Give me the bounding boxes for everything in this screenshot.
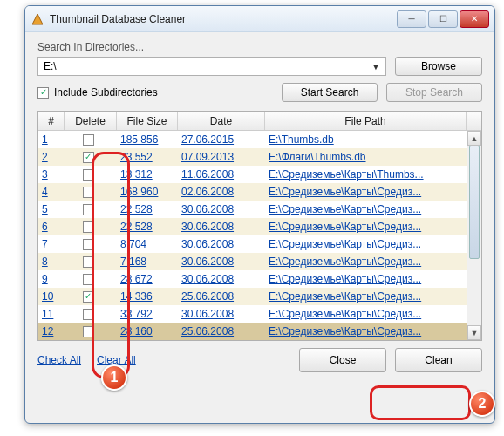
col-size[interactable]: File Size: [117, 112, 178, 130]
include-subdirs[interactable]: Include Subdirectories: [37, 86, 264, 99]
cell-path: E:\Средиземье\Карты\Средиз...: [265, 221, 481, 233]
delete-checkbox[interactable]: [83, 274, 94, 285]
annotation-badge-1: 1: [101, 364, 127, 391]
scroll-down-icon[interactable]: ▼: [467, 325, 481, 340]
cell-date: 30.06.2008: [178, 308, 265, 320]
window-buttons: ─ ☐ ✕: [397, 10, 489, 28]
include-checkbox[interactable]: [37, 87, 49, 99]
cell-delete: [65, 152, 117, 163]
col-delete[interactable]: Delete: [65, 112, 117, 130]
cell-number: 9: [38, 273, 65, 285]
delete-checkbox[interactable]: [83, 239, 94, 250]
delete-checkbox[interactable]: [83, 221, 94, 233]
cell-delete: [65, 134, 117, 146]
cell-path: E:\Thumbs.db: [265, 133, 481, 146]
cell-delete: [65, 309, 117, 320]
search-buttons: Start Search Stop Search: [282, 83, 482, 102]
path-value: E:\: [44, 60, 57, 72]
table-row[interactable]: 928 67230.06.2008E:\Средиземье\Карты\Сре…: [38, 270, 481, 288]
delete-checkbox[interactable]: [83, 169, 94, 181]
cell-path: E:\Средиземье\Карты\Средиз...: [265, 238, 481, 250]
cell-number: 3: [38, 168, 65, 181]
col-number[interactable]: #: [38, 112, 65, 130]
table-row[interactable]: 1014 33625.06.2008E:\Средиземье\Карты\Ср…: [38, 288, 481, 305]
col-path[interactable]: File Path: [265, 112, 467, 130]
cell-delete: [65, 326, 117, 337]
path-row: E:\ ▼ Browse: [37, 57, 482, 76]
cell-date: 30.06.2008: [178, 203, 265, 215]
cell-date: 25.06.2008: [178, 290, 265, 303]
cell-delete: [65, 291, 117, 303]
table-row[interactable]: 1228 16025.06.2008E:\Средиземье\Карты\Ср…: [38, 323, 481, 340]
cell-size: 185 856: [117, 133, 178, 146]
cell-size: 22 528: [117, 221, 178, 233]
cell-path: E:\Флаги\Thumbs.db: [265, 151, 481, 163]
table-row[interactable]: 313 31211.06.2008E:\Средиземье\Карты\Thu…: [38, 166, 481, 183]
delete-checkbox[interactable]: [83, 326, 94, 337]
delete-checkbox[interactable]: [83, 256, 94, 268]
cell-size: 28 672: [117, 273, 178, 285]
cell-delete: [65, 256, 117, 268]
cell-path: E:\Средиземье\Карты\Средиз...: [265, 290, 481, 303]
table-row[interactable]: 1185 85627.06.2015E:\Thumbs.db: [38, 131, 481, 148]
cell-size: 23 552: [117, 151, 178, 163]
clean-button[interactable]: Clean: [395, 348, 482, 372]
browse-button[interactable]: Browse: [395, 57, 482, 76]
cell-number: 2: [38, 151, 65, 163]
stop-search-button: Stop Search: [386, 83, 482, 102]
results-table: # Delete File Size Date File Path 1185 8…: [37, 111, 482, 341]
col-scroll: [467, 112, 481, 130]
delete-checkbox[interactable]: [83, 134, 94, 146]
scroll-thumb[interactable]: [469, 146, 480, 259]
cell-date: 30.06.2008: [178, 238, 265, 250]
options-row: Include Subdirectories Start Search Stop…: [37, 83, 482, 102]
table-row[interactable]: 78 70430.06.2008E:\Средиземье\Карты\Сред…: [38, 235, 481, 253]
content: Search In Directories... E:\ ▼ Browse In…: [25, 32, 494, 385]
table-row[interactable]: 622 52830.06.2008E:\Средиземье\Карты\Сре…: [38, 218, 481, 235]
table-row[interactable]: 223 55207.09.2013E:\Флаги\Thumbs.db: [38, 148, 481, 166]
search-label: Search In Directories...: [37, 41, 482, 53]
delete-checkbox[interactable]: [83, 152, 94, 163]
start-search-button[interactable]: Start Search: [282, 83, 378, 102]
check-all-link[interactable]: Check All: [37, 354, 81, 366]
cell-size: 28 160: [117, 325, 178, 337]
window-title: Thumbnail Database Cleaner: [50, 13, 397, 25]
cell-delete: [65, 221, 117, 233]
table-row[interactable]: 4168 96002.06.2008E:\Средиземье\Карты\Ср…: [38, 183, 481, 201]
cell-date: 27.06.2015: [178, 133, 265, 146]
close-button[interactable]: ✕: [460, 10, 489, 28]
close-dialog-button[interactable]: Close: [299, 348, 386, 372]
cell-delete: [65, 187, 117, 198]
annotation-badge-2: 2: [469, 391, 495, 417]
cell-date: 30.06.2008: [178, 273, 265, 285]
table-row[interactable]: 522 52830.06.2008E:\Средиземье\Карты\Сре…: [38, 201, 481, 218]
maximize-button[interactable]: ☐: [428, 10, 458, 28]
delete-checkbox[interactable]: [83, 187, 94, 198]
cell-date: 30.06.2008: [178, 255, 265, 268]
cell-delete: [65, 239, 117, 250]
cell-path: E:\Средиземье\Карты\Средиз...: [265, 255, 481, 268]
delete-checkbox[interactable]: [83, 204, 94, 215]
cell-number: 4: [38, 186, 65, 198]
cell-number: 12: [38, 325, 65, 337]
cell-number: 5: [38, 203, 65, 215]
col-date[interactable]: Date: [178, 112, 265, 130]
scroll-up-icon[interactable]: ▲: [467, 131, 481, 146]
cell-number: 6: [38, 221, 65, 233]
table-row[interactable]: 87 16830.06.2008E:\Средиземье\Карты\Сред…: [38, 253, 481, 270]
cell-date: 07.09.2013: [178, 151, 265, 163]
app-icon: [31, 12, 44, 26]
delete-checkbox[interactable]: [83, 309, 94, 320]
table-row[interactable]: 1133 79230.06.2008E:\Средиземье\Карты\Ср…: [38, 305, 481, 323]
minimize-button[interactable]: ─: [397, 10, 426, 28]
cell-size: 33 792: [117, 308, 178, 320]
cell-size: 7 168: [117, 255, 178, 268]
delete-checkbox[interactable]: [83, 291, 94, 303]
cell-delete: [65, 204, 117, 215]
vertical-scrollbar[interactable]: ▲ ▼: [467, 131, 481, 340]
path-combobox[interactable]: E:\ ▼: [37, 57, 386, 76]
cell-number: 1: [38, 133, 65, 146]
cell-date: 30.06.2008: [178, 221, 265, 233]
cell-delete: [65, 169, 117, 181]
cell-date: 25.06.2008: [178, 325, 265, 337]
